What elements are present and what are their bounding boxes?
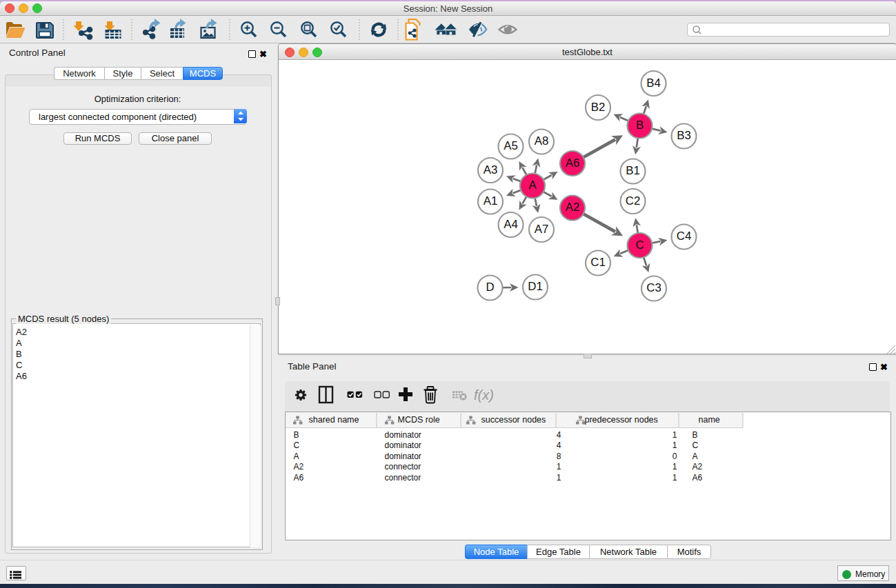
svg-text:D: D — [486, 281, 494, 294]
svg-text:A2: A2 — [566, 201, 580, 214]
svg-text:A3: A3 — [484, 163, 498, 176]
svg-text:A8: A8 — [535, 134, 549, 148]
svg-text:B4: B4 — [646, 77, 661, 90]
svg-text:C: C — [635, 239, 644, 252]
svg-text:C2: C2 — [626, 194, 640, 207]
svg-text:A7: A7 — [535, 223, 549, 236]
svg-text:A5: A5 — [504, 139, 518, 152]
svg-text:C3: C3 — [646, 281, 661, 294]
svg-text:B3: B3 — [677, 129, 691, 142]
svg-text:C1: C1 — [590, 256, 605, 269]
svg-text:A4: A4 — [504, 218, 518, 231]
svg-text:B1: B1 — [626, 164, 640, 177]
svg-text:A1: A1 — [484, 194, 498, 207]
svg-text:f(x): f(x) — [474, 387, 494, 403]
svg-text:A: A — [528, 179, 537, 192]
svg-text:C4: C4 — [677, 230, 691, 243]
svg-text:D1: D1 — [528, 280, 542, 293]
svg-text:A6: A6 — [566, 156, 580, 170]
svg-text:B: B — [636, 119, 644, 132]
svg-text:B2: B2 — [591, 101, 606, 114]
